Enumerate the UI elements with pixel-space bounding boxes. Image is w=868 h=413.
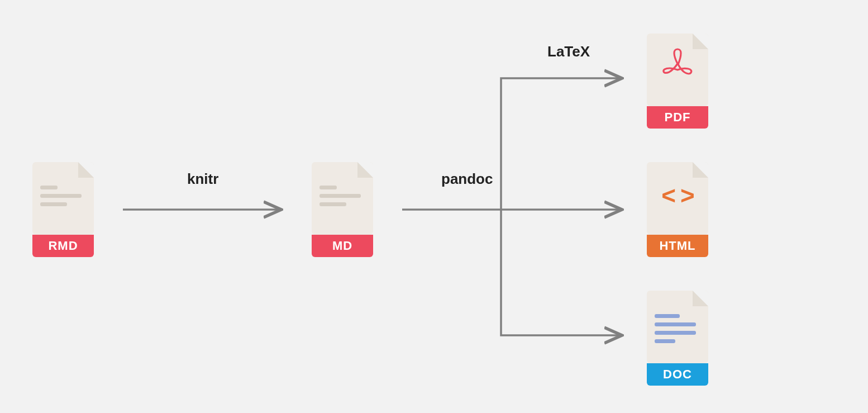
pdf-acrobat-icon: [661, 46, 694, 79]
rmd-file-icon: RMD: [32, 162, 94, 257]
pdf-file-icon: PDF: [647, 34, 708, 129]
md-file-label: MD: [312, 235, 373, 257]
arrow-pandoc-doc: [501, 210, 620, 335]
html-angle-icon: < >: [661, 182, 694, 210]
html-file-icon: < > HTML: [647, 162, 708, 257]
arrow-pandoc-pdf: [501, 78, 620, 210]
pdf-file-label: PDF: [647, 106, 708, 129]
knitr-label: knitr: [187, 170, 218, 188]
doc-file-label: DOC: [647, 363, 708, 386]
latex-label: LaTeX: [547, 43, 590, 60]
flow-arrows: [0, 0, 868, 413]
html-file-label: HTML: [647, 235, 708, 257]
rmd-file-label: RMD: [32, 235, 94, 257]
pandoc-label: pandoc: [441, 170, 493, 188]
doc-file-icon: DOC: [647, 291, 708, 386]
md-file-icon: MD: [312, 162, 373, 257]
